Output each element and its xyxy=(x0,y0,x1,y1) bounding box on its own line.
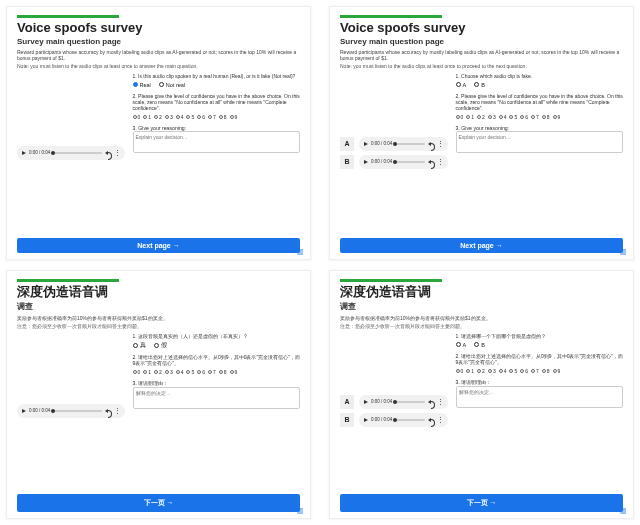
next-button[interactable]: Next page → xyxy=(340,238,623,253)
audio-player-a[interactable]: 0:00 / 0:04 ⋮ xyxy=(359,395,448,409)
speaker-icon[interactable] xyxy=(428,417,434,423)
scale-option-6[interactable]: 6 xyxy=(520,368,528,374)
page-subtitle: 调查 xyxy=(340,301,623,312)
play-icon[interactable] xyxy=(364,400,368,404)
q2-text: 2. Please give the level of confidence y… xyxy=(133,93,300,112)
reason-input[interactable] xyxy=(456,131,623,153)
play-icon[interactable] xyxy=(364,142,368,146)
audio-player-b[interactable]: 0:00 / 0:04 ⋮ xyxy=(359,413,448,427)
audio-track[interactable] xyxy=(53,152,101,154)
scale-option-8[interactable]: 8 xyxy=(219,114,227,120)
menu-icon[interactable]: ⋮ xyxy=(114,149,120,157)
radio-real[interactable]: 真 xyxy=(133,342,146,349)
scale-option-8[interactable]: 8 xyxy=(542,114,550,120)
audio-time: 0:00 / 0:04 xyxy=(371,141,392,146)
play-icon[interactable] xyxy=(364,160,368,164)
scale-option-6[interactable]: 6 xyxy=(197,114,205,120)
speaker-icon[interactable] xyxy=(428,399,434,405)
radio-notreal[interactable]: 假 xyxy=(154,342,167,349)
scale-option-0[interactable]: 0 xyxy=(133,114,141,120)
confidence-scale[interactable]: 0123456789 xyxy=(133,369,300,375)
radio-b[interactable]: B xyxy=(474,82,485,88)
note-text: Note: you must listen to the audio clips… xyxy=(340,63,623,69)
corner-icon: ▥ xyxy=(620,248,627,256)
menu-icon[interactable]: ⋮ xyxy=(437,416,443,424)
reason-input[interactable] xyxy=(133,131,300,153)
confidence-scale[interactable]: 0123456789 xyxy=(456,114,623,120)
audio-player[interactable]: 0:00 / 0:04 ⋮ xyxy=(17,404,125,418)
scale-option-9[interactable]: 9 xyxy=(553,368,561,374)
scale-option-1[interactable]: 1 xyxy=(143,114,151,120)
scale-option-3[interactable]: 3 xyxy=(488,368,496,374)
scale-option-5[interactable]: 5 xyxy=(509,114,517,120)
radio-a[interactable]: A xyxy=(456,82,467,88)
scale-option-7[interactable]: 7 xyxy=(208,114,216,120)
next-button[interactable]: Next page → xyxy=(17,238,300,253)
scale-option-8[interactable]: 8 xyxy=(219,369,227,375)
reason-input[interactable] xyxy=(133,387,300,409)
next-button[interactable]: 下一页 → xyxy=(17,494,300,512)
scale-option-2[interactable]: 2 xyxy=(477,114,485,120)
scale-option-5[interactable]: 5 xyxy=(509,368,517,374)
scale-option-8[interactable]: 8 xyxy=(542,368,550,374)
scale-option-7[interactable]: 7 xyxy=(531,114,539,120)
q1-text: 1. 这段音频是真实的（人）还是虚假的（非真实）？ xyxy=(133,333,300,339)
scale-option-4[interactable]: 4 xyxy=(176,369,184,375)
audio-track[interactable] xyxy=(53,410,101,412)
scale-option-3[interactable]: 3 xyxy=(488,114,496,120)
play-icon[interactable] xyxy=(22,409,26,413)
panel-en-ab: Voice spoofs survey Survey main question… xyxy=(329,6,634,260)
intro-text: 奖励参与者根据准确率为前10%的参与者将获得额外奖励$1的奖金。 xyxy=(340,315,623,321)
audio-player[interactable]: 0:00 / 0:04 ⋮ xyxy=(17,146,125,160)
menu-icon[interactable]: ⋮ xyxy=(437,140,443,148)
radio-b[interactable]: B xyxy=(474,342,485,348)
audio-track[interactable] xyxy=(395,401,424,403)
scale-option-6[interactable]: 6 xyxy=(197,369,205,375)
scale-option-3[interactable]: 3 xyxy=(165,369,173,375)
scale-option-2[interactable]: 2 xyxy=(154,369,162,375)
radio-a[interactable]: A xyxy=(456,342,467,348)
q3-text: 3. 请说明理由： xyxy=(133,380,300,387)
radio-notreal[interactable]: Not real xyxy=(159,82,185,88)
audio-player-b[interactable]: 0:00 / 0:04 ⋮ xyxy=(359,155,448,169)
scale-option-4[interactable]: 4 xyxy=(499,368,507,374)
scale-option-1[interactable]: 1 xyxy=(143,369,151,375)
scale-option-9[interactable]: 9 xyxy=(553,114,561,120)
confidence-scale[interactable]: 0123456789 xyxy=(133,114,300,120)
play-icon[interactable] xyxy=(364,418,368,422)
scale-option-3[interactable]: 3 xyxy=(165,114,173,120)
radio-real[interactable]: Real xyxy=(133,82,151,88)
speaker-icon[interactable] xyxy=(428,141,434,147)
menu-icon[interactable]: ⋮ xyxy=(437,398,443,406)
menu-icon[interactable]: ⋮ xyxy=(437,158,443,166)
scale-option-7[interactable]: 7 xyxy=(531,368,539,374)
scale-option-0[interactable]: 0 xyxy=(456,368,464,374)
scale-option-2[interactable]: 2 xyxy=(154,114,162,120)
scale-option-0[interactable]: 0 xyxy=(456,114,464,120)
play-icon[interactable] xyxy=(22,151,26,155)
scale-option-0[interactable]: 0 xyxy=(133,369,141,375)
next-button[interactable]: 下一页 → xyxy=(340,494,623,512)
scale-option-9[interactable]: 9 xyxy=(230,369,238,375)
scale-option-1[interactable]: 1 xyxy=(466,368,474,374)
reason-input[interactable] xyxy=(456,386,623,408)
scale-option-4[interactable]: 4 xyxy=(176,114,184,120)
menu-icon[interactable]: ⋮ xyxy=(114,407,120,415)
scale-option-1[interactable]: 1 xyxy=(466,114,474,120)
audio-track[interactable] xyxy=(395,143,424,145)
audio-track[interactable] xyxy=(395,161,424,163)
label-b: B xyxy=(340,155,354,169)
confidence-scale[interactable]: 0123456789 xyxy=(456,368,623,374)
scale-option-5[interactable]: 5 xyxy=(186,369,194,375)
scale-option-5[interactable]: 5 xyxy=(186,114,194,120)
scale-option-6[interactable]: 6 xyxy=(520,114,528,120)
scale-option-7[interactable]: 7 xyxy=(208,369,216,375)
audio-track[interactable] xyxy=(395,419,424,421)
scale-option-4[interactable]: 4 xyxy=(499,114,507,120)
speaker-icon[interactable] xyxy=(428,159,434,165)
audio-player-a[interactable]: 0:00 / 0:04 ⋮ xyxy=(359,137,448,151)
speaker-icon[interactable] xyxy=(105,150,111,156)
speaker-icon[interactable] xyxy=(105,408,111,414)
scale-option-2[interactable]: 2 xyxy=(477,368,485,374)
scale-option-9[interactable]: 9 xyxy=(230,114,238,120)
